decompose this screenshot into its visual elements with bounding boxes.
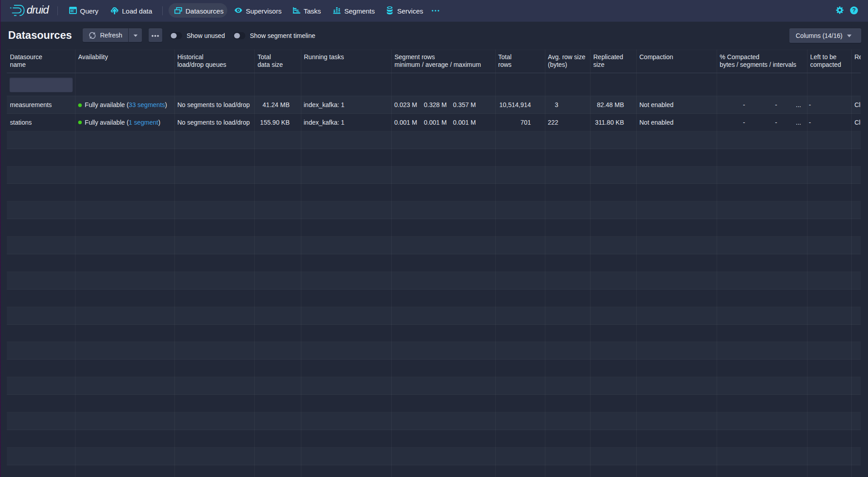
svg-text:?: ? [852,7,856,14]
